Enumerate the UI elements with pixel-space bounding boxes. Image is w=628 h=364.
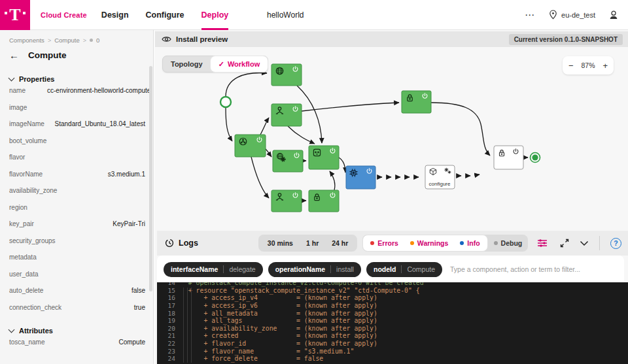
property-value[interactable]: s3.medium.1 <box>108 171 145 178</box>
line-text: + force_delete = false <box>181 355 323 362</box>
collapse-chevron-icon[interactable] <box>580 240 589 246</box>
terminal-line: 18 + all_metadata = (known after apply) <box>157 309 628 317</box>
terminal-line: 24 + force_delete = false <box>157 355 628 363</box>
workflow-node-security-rule[interactable] <box>309 190 339 212</box>
zoom-control: − 87% + <box>563 56 614 74</box>
property-value[interactable]: true <box>134 304 145 311</box>
line-number: 17 <box>157 302 175 309</box>
log-output-terminal[interactable]: 14 # openstack_compute_instance_v2.ctd-C… <box>157 282 628 364</box>
logo-dot-left <box>5 12 7 14</box>
filter-warnings[interactable]: Warnings <box>404 239 454 247</box>
tab-topology[interactable]: Topology <box>163 56 211 72</box>
time-range-30min[interactable]: 30 mins <box>261 239 300 247</box>
sidebar-scrollbar[interactable] <box>149 66 152 291</box>
telekom-logo[interactable]: T <box>0 0 30 30</box>
expand-icon[interactable] <box>560 239 569 248</box>
line-number: 22 <box>157 340 175 347</box>
logo-dot-right <box>23 12 26 14</box>
workflow-node-port[interactable] <box>309 146 339 169</box>
time-range-24hr[interactable]: 24 hr <box>325 239 355 247</box>
filter-debug[interactable]: Debug <box>488 239 529 247</box>
property-key: user_data <box>9 271 38 278</box>
back-button[interactable]: ← <box>9 50 19 61</box>
log-level-group: Errors Warnings Info Debug <box>362 235 528 252</box>
line-number: 21 <box>157 332 175 339</box>
breadcrumb-compute[interactable]: Compute <box>54 37 80 44</box>
workflow-node-security-group[interactable] <box>235 135 266 157</box>
attributes-section-header[interactable]: Attributes <box>9 327 145 335</box>
filter-chip-node-id[interactable]: nodeId Compute <box>366 262 442 277</box>
region-selector[interactable]: eu-de_test <box>549 10 595 20</box>
install-preview-title: Install preview <box>176 35 228 43</box>
zoom-in-button[interactable]: + <box>602 61 608 70</box>
property-row: namecc-environment-helloworld-compute <box>9 87 145 104</box>
line-text: + flavor_name = "s3.medium.1" <box>181 348 354 355</box>
attribute-value[interactable]: Compute <box>118 339 145 346</box>
user-account-icon[interactable] <box>608 10 619 20</box>
terminal-line: 14 # openstack_compute_instance_v2.ctd-C… <box>157 282 628 287</box>
info-label: Info <box>467 239 480 247</box>
line-text: + flavor_id = (known after apply) <box>181 340 377 347</box>
workflow-node-keypair[interactable] <box>271 104 302 126</box>
workflow-canvas[interactable]: configure Topology ✓ <box>155 47 628 231</box>
logs-title: Logs <box>165 239 198 248</box>
workflow-node-security-rule-2[interactable] <box>402 91 431 113</box>
chip-divider <box>223 265 224 273</box>
line-text: + created = (known after apply) <box>181 332 377 339</box>
errors-label: Errors <box>377 239 398 247</box>
filter-errors[interactable]: Errors <box>364 239 404 247</box>
line-text: + availability_zone = (known after apply… <box>181 325 377 332</box>
property-value[interactable]: Standard_Ubuntu_18.04_latest <box>55 120 145 127</box>
property-value[interactable]: cc-environment-helloworld-compute <box>47 87 145 94</box>
workflow-label: Workflow <box>228 60 260 68</box>
workflow-end-event[interactable] <box>531 153 540 163</box>
nav-configure[interactable]: Configure <box>146 0 184 30</box>
zoom-out-button[interactable]: − <box>568 61 574 70</box>
property-value[interactable]: KeyPair-Tri <box>113 220 145 227</box>
filter-chip-interface-name[interactable]: interfaceName delegate <box>164 262 263 277</box>
error-dot-icon <box>370 241 374 245</box>
property-value[interactable]: false <box>131 287 145 294</box>
workflow-node-subnet[interactable] <box>273 150 303 172</box>
breadcrumb-components[interactable]: Components <box>9 37 44 44</box>
logo-letter: T <box>9 7 20 24</box>
workflow-node-configure[interactable]: configure <box>425 165 455 189</box>
attribute-key: tosca_name <box>9 339 44 346</box>
property-key: metadata <box>9 254 37 261</box>
line-number: 19 <box>157 317 175 324</box>
logs-toolbar-right: ? <box>560 236 621 250</box>
properties-section-header[interactable]: Properties <box>9 75 145 83</box>
properties-list: namecc-environment-helloworld-compute im… <box>9 87 145 320</box>
terminal-line: 17 + access_ip_v6 = (known after apply) <box>157 302 628 310</box>
property-key: security_groups <box>9 237 56 244</box>
breadcrumb-index[interactable]: 0 <box>96 37 99 44</box>
log-level-selected-group: Errors Warnings Info <box>362 235 487 252</box>
workflow-node-hub2[interactable] <box>271 190 302 212</box>
workflow-node-final-security[interactable] <box>494 146 523 169</box>
time-range-1hr[interactable]: 1 hr <box>300 239 325 247</box>
help-button[interactable]: ? <box>610 238 621 249</box>
line-number: 15 <box>157 287 175 294</box>
chip-value: delegate <box>229 265 255 273</box>
main-panel: Install preview Current version 0.1.0-SN… <box>154 30 628 364</box>
nav-design[interactable]: Design <box>101 0 129 30</box>
log-settings-sliders-icon[interactable] <box>537 239 548 248</box>
nav-deploy[interactable]: Deploy <box>201 0 229 30</box>
toolbar-divider <box>599 236 600 250</box>
property-row: flavor <box>9 154 145 171</box>
chip-divider <box>330 265 331 273</box>
main-nav: Design Configure Deploy <box>101 0 228 30</box>
more-menu-icon[interactable]: ⋯ <box>525 9 536 21</box>
filter-chip-operation-name[interactable]: operationName install <box>268 262 361 277</box>
property-row: connection_checktrue <box>9 304 145 321</box>
workflow-start-event[interactable] <box>220 97 231 107</box>
workflow-node-network[interactable] <box>271 64 302 86</box>
log-filter-bar[interactable]: interfaceName delegate operationName ins… <box>157 256 624 283</box>
workflow-node-compute[interactable] <box>346 166 375 189</box>
line-number: 24 <box>157 355 175 362</box>
terminal-line: 21 + created = (known after apply) <box>157 332 628 340</box>
terminal-lines: 14 # openstack_compute_instance_v2.ctd-C… <box>157 282 628 363</box>
filter-info[interactable]: Info <box>454 239 485 247</box>
filter-input-placeholder[interactable]: Type a component, action or term to filt… <box>450 265 580 273</box>
tab-workflow[interactable]: ✓ Workflow <box>211 56 268 72</box>
